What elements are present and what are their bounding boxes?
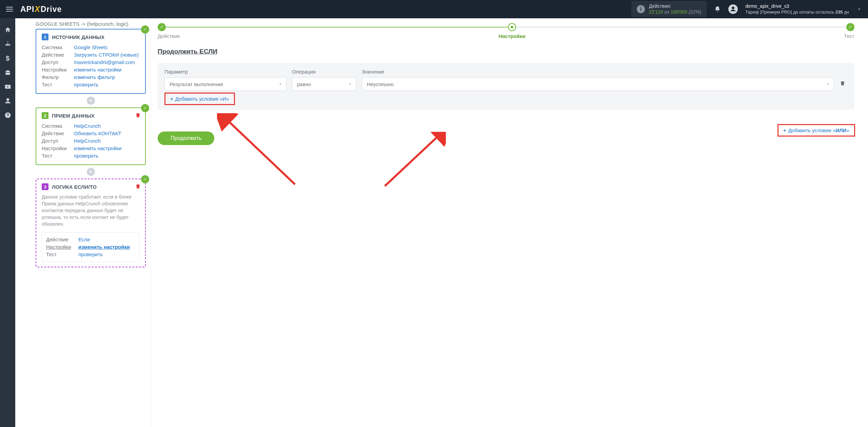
add-step-button-1[interactable]: + [87,97,95,105]
check-badge-icon [141,104,149,112]
step-settings[interactable]: Настройки [498,23,525,39]
user-icon[interactable] [4,98,11,104]
condition-row: Результат выполнения равно Неуспешно [164,77,848,91]
check-badge-icon [141,25,149,34]
delete-condition-button[interactable] [840,80,848,88]
logo-text-b: Drive [41,5,62,14]
avatar-icon[interactable] [728,4,738,14]
trash-icon[interactable] [135,183,141,189]
card-source[interactable]: 1ИСТОЧНИК ДАННЫХ СистемаGoogle Sheets Де… [36,29,146,94]
card-destination-title: 2ПРИЕМ ДАННЫХ [42,112,140,119]
continue-button[interactable]: Продолжить [158,131,214,145]
source-system-link[interactable]: Google Sheets [74,44,107,51]
add-and-condition-button[interactable]: +Добавить условие «И» [164,93,235,105]
dest-system-link[interactable]: HelpCrunch [74,122,101,130]
annotation-arrow-2 [381,132,446,189]
dest-access-link[interactable]: HelpCrunch [74,137,101,145]
source-test-link[interactable]: проверить [74,81,98,88]
dollar-icon[interactable]: $ [4,55,11,62]
home-icon[interactable] [4,26,11,33]
card-source-title: 1ИСТОЧНИК ДАННЫХ [42,34,140,40]
dest-settings-link[interactable]: изменить настройки [74,145,121,152]
actions-label: Действия: [649,3,701,9]
hamburger-menu-icon[interactable] [6,7,13,12]
left-column: GOOGLE SHEETS -> (helpcrunch, logic) 1ИС… [15,18,151,427]
stepper: Действие Настройки Тест [158,23,854,39]
user-name: demo_apix_drive_s3 [745,3,849,9]
video-icon[interactable] [4,83,11,90]
card-logic-innerbox: ДействиеЕсли Настройкиизменить настройки… [42,232,140,262]
app-header: API X Drive i Действия: 22'110 из 100'00… [0,0,868,18]
source-settings-link[interactable]: изменить настройки [74,66,121,74]
user-box[interactable]: demo_apix_drive_s3 Тариф |Премиум PRO| д… [745,3,849,15]
card-logic[interactable]: 3ЛОГИКА ЕСЛИ/ТО Данное условие сработает… [36,179,146,267]
select-operation[interactable]: равно [292,77,356,91]
section-title: Продолжить ЕСЛИ [158,48,854,55]
briefcase-icon[interactable] [4,69,11,76]
source-access-link[interactable]: maverickandrii@gmail.com [74,59,135,66]
chevron-down-icon [278,82,283,86]
svg-line-0 [227,120,295,184]
svg-line-1 [385,135,439,186]
annotation-arrow-1 [217,113,302,188]
connection-breadcrumb: GOOGLE SHEETS -> (helpcrunch, logic) [22,21,146,29]
add-or-condition-button[interactable]: +Добавить условие «ИЛИ» [777,124,855,137]
tariff-line: Тариф |Премиум PRO| до оплаты осталось 2… [745,9,849,15]
actions-counter[interactable]: i Действия: 22'110 из 100'000 (22%) [631,1,707,17]
add-step-button-2[interactable]: + [87,168,95,176]
card-logic-title: 3ЛОГИКА ЕСЛИ/ТО [42,183,140,190]
select-value[interactable]: Неуспешно [362,77,834,91]
condition-header: Параметр Операция Значение [164,69,848,75]
logic-settings-link[interactable]: изменить настройки [78,243,130,251]
card-destination[interactable]: 2ПРИЕМ ДАННЫХ СистемаHelpCrunch Действие… [36,107,146,165]
source-action-link[interactable]: Загрузить СТРОКИ (новые) [74,51,139,59]
condition-group: Параметр Операция Значение Результат вып… [158,63,854,110]
logic-action-link[interactable]: Если [78,236,90,243]
card-logic-desc: Данное условие сработает, если в блоке П… [42,194,140,227]
bell-icon[interactable] [714,6,721,13]
check-badge-icon [141,175,149,183]
chevron-down-icon [826,82,830,86]
chevron-down-icon[interactable] [856,6,862,12]
left-rail: $ [0,18,15,427]
help-icon[interactable] [4,112,11,119]
source-filter-link[interactable]: изменить фильтр [74,74,115,81]
step-test[interactable]: Тест [844,23,854,39]
actions-value: 22'110 из 100'000 (22%) [649,9,701,15]
info-icon: i [637,5,645,13]
logic-test-link[interactable]: проверить [78,251,103,258]
logo-text-a: API [20,5,34,14]
chevron-down-icon [348,82,353,86]
sitemap-icon[interactable] [4,41,11,47]
dest-test-link[interactable]: проверить [74,152,98,160]
right-column: Действие Настройки Тест Продолжить ЕСЛИ … [151,18,868,427]
app-logo[interactable]: API X Drive [20,5,62,14]
logo-x: X [34,5,40,14]
select-parameter[interactable]: Результат выполнения [164,77,287,91]
trash-icon[interactable] [135,112,141,118]
step-action[interactable]: Действие [158,23,180,39]
dest-action-link[interactable]: Обновить КОНТАКТ [74,130,121,137]
